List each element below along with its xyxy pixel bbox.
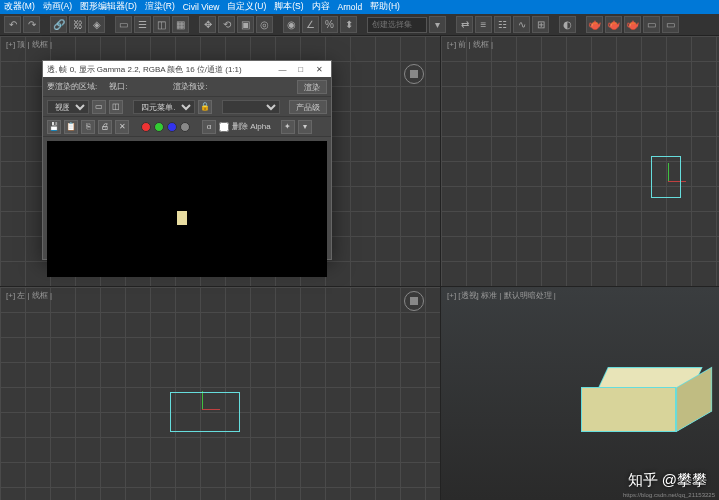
print-image-icon[interactable]: 🖨	[98, 120, 112, 134]
render-viewport-select[interactable]: 四元菜单…	[133, 100, 195, 114]
render-frame-window: 透, 帧 0, 显示 Gamma 2.2, RGBA 颜色 16 位/通道 (1…	[42, 60, 332, 260]
minimize-button[interactable]: —	[275, 65, 291, 74]
percent-snap-button[interactable]: %	[321, 16, 338, 33]
viewport-perspective-label[interactable]: [+] [透视] 标准 | 默认明暗处理 |	[447, 290, 556, 301]
alpha-label: 删除 Alpha	[232, 121, 271, 132]
viewport-left-label[interactable]: [+] 左 | 线框 |	[6, 290, 52, 301]
move-button[interactable]: ✥	[199, 16, 216, 33]
render-preset-label: 渲染预设:	[173, 81, 207, 92]
alpha-checkbox[interactable]	[219, 122, 229, 132]
red-channel[interactable]	[154, 122, 164, 132]
unlink-button[interactable]: ⛓	[69, 16, 86, 33]
close-button[interactable]: ✕	[311, 65, 327, 74]
selection-dropdown-button[interactable]: ▾	[429, 16, 446, 33]
save-image-icon[interactable]: 💾	[47, 120, 61, 134]
mono-channel[interactable]	[180, 122, 190, 132]
auto-region-icon[interactable]: ◫	[109, 100, 123, 114]
menu-modifiers[interactable]: 改器(M)	[4, 1, 35, 13]
undo-button[interactable]: ↶	[4, 16, 21, 33]
select-button[interactable]: ▭	[115, 16, 132, 33]
wireframe-box[interactable]	[170, 392, 240, 432]
wireframe-box[interactable]	[651, 156, 681, 198]
viewport-perspective[interactable]: [+] [透视] 标准 | 默认明暗处理 |	[441, 287, 719, 500]
menu-civil-view[interactable]: Civil View	[183, 2, 220, 12]
render-toolbar-2: 💾 📋 ⎘ 🖨 ✕ α 删除 Alpha ✦ ▾	[43, 117, 331, 137]
menu-scripting[interactable]: 脚本(S)	[274, 1, 303, 13]
clear-image-icon[interactable]: ✕	[115, 120, 129, 134]
rendered-box	[177, 211, 187, 225]
box-front-face	[581, 387, 676, 432]
bind-button[interactable]: ◈	[88, 16, 105, 33]
menu-help[interactable]: 帮助(H)	[370, 1, 400, 13]
window-crossing-button[interactable]: ▦	[172, 16, 189, 33]
render-preset-select[interactable]	[222, 100, 280, 114]
render-toolbar-1: 要渲染的区域: 视口: 渲染预设: 渲染	[43, 77, 331, 97]
copy-image-icon[interactable]: 📋	[64, 120, 78, 134]
toggle-ui-icon[interactable]: ▾	[298, 120, 312, 134]
placement-button[interactable]: ◎	[256, 16, 273, 33]
angle-snap-button[interactable]: ∠	[302, 16, 319, 33]
select-name-button[interactable]: ☰	[134, 16, 151, 33]
viewport-front-label[interactable]: [+] 前 | 线框 |	[447, 39, 493, 50]
clone-image-icon[interactable]: ⎘	[81, 120, 95, 134]
fx-channel-icon[interactable]: ✦	[281, 120, 295, 134]
render-output-view[interactable]	[47, 141, 327, 277]
selection-set-input[interactable]	[367, 17, 427, 33]
lock-icon[interactable]: 🔒	[198, 100, 212, 114]
main-menu-bar: 改器(M) 动画(A) 图形编辑器(D) 渲染(R) Civil View 自定…	[0, 0, 719, 14]
viewport-left[interactable]: [+] 左 | 线框 |	[0, 287, 440, 500]
render-viewport-label: 视口:	[109, 81, 127, 92]
render-frame-button[interactable]: 🫖	[605, 16, 622, 33]
select-region-button[interactable]: ◫	[153, 16, 170, 33]
watermark-text: 知乎 @攀攀	[628, 471, 707, 490]
menu-content[interactable]: 内容	[312, 1, 330, 13]
viewcube-icon[interactable]	[404, 64, 424, 84]
viewport-front[interactable]: [+] 前 | 线框 |	[441, 36, 719, 286]
menu-rendering[interactable]: 渲染(R)	[145, 1, 175, 13]
scale-button[interactable]: ▣	[237, 16, 254, 33]
redo-button[interactable]: ↷	[23, 16, 40, 33]
source-url: https://blog.csdn.net/qq_21153225	[623, 492, 715, 498]
render-window-titlebar[interactable]: 透, 帧 0, 显示 Gamma 2.2, RGBA 颜色 16 位/通道 (1…	[43, 61, 331, 77]
region-icon[interactable]: ▭	[92, 100, 106, 114]
rgb-toggle[interactable]	[141, 122, 151, 132]
menu-animation[interactable]: 动画(A)	[43, 1, 72, 13]
spinner-snap-button[interactable]: ⬍	[340, 16, 357, 33]
alpha-channel-icon[interactable]: α	[202, 120, 216, 134]
menu-arnold[interactable]: Arnold	[338, 2, 363, 12]
viewport-top-label[interactable]: [+] 顶 | 线框 |	[6, 39, 52, 50]
align-button[interactable]: ≡	[475, 16, 492, 33]
render-button[interactable]: 渲染	[297, 80, 327, 94]
perspective-box[interactable]	[581, 387, 676, 437]
maximize-button[interactable]: □	[293, 65, 309, 74]
production-button[interactable]: 产品级	[289, 100, 327, 114]
render-active-button[interactable]: ▭	[662, 16, 679, 33]
render-toolbar-1b: 视图 ▭ ◫ 四元菜单… 🔒 产品级	[43, 97, 331, 117]
render-setup-button[interactable]: 🫖	[586, 16, 603, 33]
render-area-select[interactable]: 视图	[47, 100, 89, 114]
link-button[interactable]: 🔗	[50, 16, 67, 33]
render-window-title: 透, 帧 0, 显示 Gamma 2.2, RGBA 颜色 16 位/通道 (1…	[47, 64, 242, 75]
viewcube-icon[interactable]	[404, 291, 424, 311]
snap-toggle-button[interactable]: ◉	[283, 16, 300, 33]
layer-button[interactable]: ☷	[494, 16, 511, 33]
menu-graph-editors[interactable]: 图形编辑器(D)	[80, 1, 137, 13]
material-button[interactable]: ◐	[559, 16, 576, 33]
mirror-button[interactable]: ⇄	[456, 16, 473, 33]
menu-customize[interactable]: 自定义(U)	[227, 1, 266, 13]
green-channel[interactable]	[167, 122, 177, 132]
render-production-button[interactable]: 🫖	[624, 16, 641, 33]
main-toolbar: ↶ ↷ 🔗 ⛓ ◈ ▭ ☰ ◫ ▦ ✥ ⟲ ▣ ◎ ◉ ∠ % ⬍ ▾ ⇄ ≡ …	[0, 14, 719, 36]
render-iterative-button[interactable]: ▭	[643, 16, 660, 33]
render-area-label: 要渲染的区域:	[47, 81, 97, 92]
schematic-button[interactable]: ⊞	[532, 16, 549, 33]
curve-editor-button[interactable]: ∿	[513, 16, 530, 33]
rotate-button[interactable]: ⟲	[218, 16, 235, 33]
